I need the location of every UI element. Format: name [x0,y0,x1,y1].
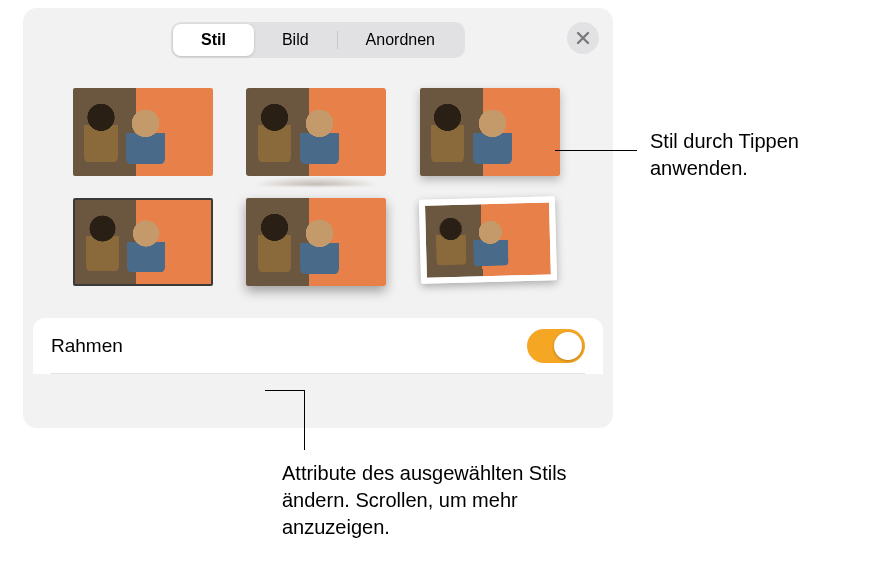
style-thumbnail-plain[interactable] [73,88,213,176]
style-options-panel[interactable]: Rahmen [33,318,603,374]
tabs-segmented-control: Stil Bild Anordnen [171,22,465,58]
close-button[interactable] [567,22,599,54]
style-grid [23,62,613,306]
style-thumbnail-border[interactable] [73,198,213,286]
callout-leader-line [265,390,305,391]
callout-leader-line [555,150,637,151]
tab-bild[interactable]: Bild [254,24,337,56]
tab-bar: Stil Bild Anordnen [23,8,613,62]
callout-leader-line [304,390,305,450]
style-thumbnail-polaroid[interactable] [419,196,561,288]
frame-toggle[interactable] [527,329,585,363]
tab-stil[interactable]: Stil [173,24,254,56]
callout-attributes: Attribute des ausgewählten Stils ändern.… [282,460,602,541]
close-icon [576,31,590,45]
frame-label: Rahmen [51,335,123,357]
tab-anordnen[interactable]: Anordnen [338,24,463,56]
callout-apply-style: Stil durch Tippen anwenden. [650,128,880,182]
option-row-frame: Rahmen [51,318,585,374]
style-thumbnail-shadow-soft[interactable] [420,88,560,176]
format-panel: Stil Bild Anordnen Rahmen [23,8,613,428]
style-thumbnail-reflection[interactable] [246,88,386,176]
style-thumbnail-shadow-strong[interactable] [246,198,386,286]
